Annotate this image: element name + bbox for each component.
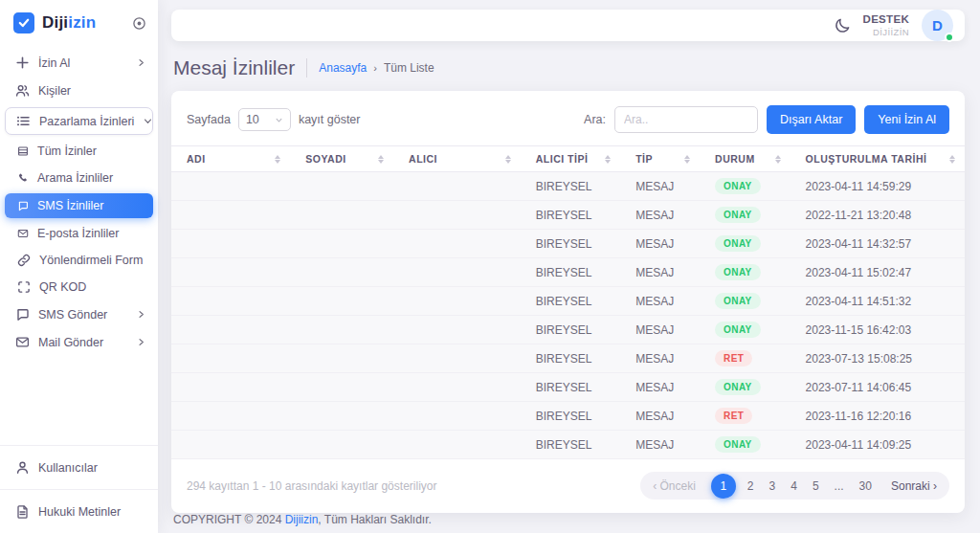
copyright-footer: COPYRIGHT © 2024 Dijiizin, Tüm Hakları S… <box>171 513 965 533</box>
sidebar-item-kullanicilar[interactable]: Kullanıcılar <box>0 447 158 488</box>
table-row[interactable]: BIREYSELMESAJRET2023-11-16 12:20:16 <box>171 402 965 431</box>
column-header-alici[interactable]: ALICI <box>393 146 521 172</box>
mail-icon <box>15 335 30 349</box>
pagination-page[interactable]: 4 <box>783 479 805 493</box>
status-badge: ONAY <box>715 293 761 309</box>
brand-logo-check-icon <box>13 12 34 33</box>
page-size-prefix: Sayfada <box>187 113 231 126</box>
pagination-prev[interactable]: ‹ Önceki <box>645 479 707 493</box>
document-icon <box>15 504 30 519</box>
sort-icon <box>775 155 781 164</box>
column-header-adi[interactable]: ADI <box>171 146 290 172</box>
status-badge: ONAY <box>715 322 761 338</box>
main-area: DESTEK DİJİİZİN D Mesaj İzinliler Anasay… <box>158 0 980 533</box>
new-permission-button[interactable]: Yeni İzin Al <box>864 105 949 134</box>
sidebar-item-sms-izinliler[interactable]: SMS İzinliler <box>5 193 153 218</box>
sidebar: Dijiizin İzin Al Kişiler Pazarlama İzinl… <box>0 0 158 533</box>
online-status-dot <box>945 33 954 42</box>
column-header-soyadi[interactable]: SOYADI <box>290 146 393 172</box>
title-divider <box>306 58 307 78</box>
chevron-right-icon <box>136 309 146 320</box>
copyright-brand-link[interactable]: Dijiizin <box>285 513 319 526</box>
page-header: Mesaj İzinliler Anasayfa › Tüm Liste <box>173 56 963 79</box>
sidebar-pin-icon[interactable] <box>132 16 146 31</box>
sidebar-item-izin-al[interactable]: İzin Al <box>0 50 158 76</box>
user-name: DESTEK <box>863 12 909 26</box>
dark-mode-moon-icon[interactable] <box>835 17 851 33</box>
table-row[interactable]: BIREYSELMESAJONAY2022-11-21 13:20:48 <box>171 201 965 230</box>
sidebar-item-yonlendirmeli-form[interactable]: Yönlendirmeli Form <box>0 248 158 273</box>
chat-icon <box>15 307 30 322</box>
user-org: DİJİİZİN <box>863 27 909 38</box>
sidebar-item-arama-izinliler[interactable]: Arama İzinliler <box>0 166 158 190</box>
records-info: 294 kayıttan 1 - 10 arasındaki kayıtlar … <box>187 479 436 493</box>
table-row[interactable]: BIREYSELMESAJONAY2023-07-11 14:06:45 <box>171 373 965 402</box>
permissions-table: ADI SOYADI ALICI ALICI TİPİ TİP DURUM OL… <box>171 145 965 459</box>
topbar: DESTEK DİJİİZİN D <box>171 10 965 41</box>
sidebar-item-eposta-izinliler[interactable]: E-posta İzinliler <box>0 221 158 246</box>
sort-icon <box>605 155 611 164</box>
user-icon <box>15 460 30 475</box>
sidebar-item-hukuki-metinler[interactable]: Hukuki Metinler <box>0 491 158 532</box>
sidebar-item-kisiler[interactable]: Kişiler <box>0 78 158 103</box>
brand[interactable]: Dijiizin <box>0 0 158 45</box>
table-row[interactable]: BIREYSELMESAJONAY2023-04-11 15:02:47 <box>171 258 965 287</box>
link-icon <box>17 254 31 267</box>
pagination-page[interactable]: 30 <box>852 479 880 493</box>
mail-icon <box>17 228 29 239</box>
sidebar-nav: İzin Al Kişiler Pazarlama İzinleri Tüm İ… <box>0 45 158 360</box>
export-button[interactable]: Dışarı Aktar <box>767 105 856 134</box>
breadcrumb-home-link[interactable]: Anasayfa <box>319 61 367 75</box>
pagination-page[interactable]: 3 <box>762 479 784 493</box>
sidebar-item-tum-izinler[interactable]: Tüm İzinler <box>0 139 158 164</box>
sidebar-item-qr-kod[interactable]: QR KOD <box>0 275 158 300</box>
chevron-right-icon <box>136 337 146 347</box>
pagination: ‹ Önceki 1 2 3 4 5 ... 30 Sonraki › <box>640 472 949 500</box>
column-header-durum[interactable]: DURUM <box>700 146 791 172</box>
sidebar-spacer <box>0 360 158 445</box>
table-controls-right: Ara: Dışarı Aktar Yeni İzin Al <box>584 105 949 134</box>
table-controls: Sayfada 10 kayıt göster Ara: Dışarı Akta… <box>171 103 965 145</box>
copyright-suffix: , Tüm Hakları Saklıdır. <box>318 513 431 526</box>
status-badge: RET <box>715 350 752 366</box>
table-footer: 294 kayıttan 1 - 10 arasındaki kayıtlar … <box>171 459 965 513</box>
search-label: Ara: <box>584 113 606 126</box>
sidebar-item-mail-gonder[interactable]: Mail Gönder <box>0 329 158 355</box>
table-row[interactable]: BIREYSELMESAJONAY2023-04-11 14:32:57 <box>171 230 965 258</box>
column-header-alici-tipi[interactable]: ALICI TİPİ <box>521 146 620 172</box>
status-badge: ONAY <box>715 264 761 280</box>
sidebar-footer-hukuki: Hukuki Metinler <box>0 489 158 533</box>
pagination-page[interactable]: 2 <box>740 479 762 493</box>
table-row[interactable]: BIREYSELMESAJONAY2023-04-11 14:59:29 <box>171 172 965 201</box>
page-size-select[interactable]: 10 <box>238 108 291 131</box>
copyright-prefix: COPYRIGHT © 2024 <box>173 513 285 526</box>
column-header-tip[interactable]: TİP <box>620 146 700 172</box>
pagination-page[interactable]: 5 <box>805 479 827 493</box>
page-title: Mesaj İzinliler <box>173 56 295 79</box>
pagination-next[interactable]: Sonraki › <box>880 479 945 493</box>
user-menu[interactable]: DESTEK DİJİİZİN <box>863 12 909 37</box>
sort-icon <box>505 155 511 164</box>
status-badge: ONAY <box>715 436 761 453</box>
phone-icon <box>17 172 29 184</box>
search-input[interactable] <box>614 106 758 133</box>
pagination-ellipsis: ... <box>827 479 852 493</box>
table-row[interactable]: BIREYSELMESAJONAY2023-11-15 16:42:03 <box>171 316 965 344</box>
avatar-letter: D <box>932 17 943 33</box>
chevron-down-icon <box>143 116 153 126</box>
table-row[interactable]: BIREYSELMESAJONAY2023-04-11 14:09:25 <box>171 431 965 459</box>
page-size-control: Sayfada 10 kayıt göster <box>187 108 361 131</box>
sort-icon <box>684 155 690 164</box>
column-header-tarih[interactable]: OLUŞTURULMA TARİHİ <box>791 146 965 172</box>
status-badge: ONAY <box>715 379 761 395</box>
pagination-page-active[interactable]: 1 <box>711 474 736 499</box>
sidebar-item-pazarlama-izinleri[interactable]: Pazarlama İzinleri <box>5 107 153 135</box>
avatar[interactable]: D <box>922 10 953 41</box>
table-row[interactable]: BIREYSELMESAJONAY2023-04-11 14:51:32 <box>171 287 965 316</box>
status-badge: ONAY <box>715 178 761 194</box>
sidebar-item-sms-gonder[interactable]: SMS Gönder <box>0 301 158 327</box>
chevron-right-icon <box>136 57 146 68</box>
grid-icon <box>17 145 29 157</box>
table-row[interactable]: BIREYSELMESAJRET2023-07-13 15:08:25 <box>171 344 965 373</box>
breadcrumb: Anasayfa › Tüm Liste <box>319 61 434 75</box>
